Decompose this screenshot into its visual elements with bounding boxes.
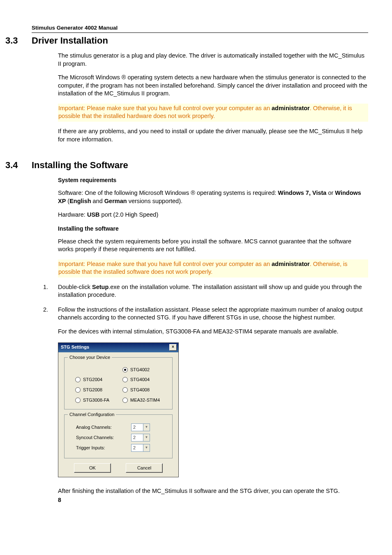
radio-label: STG3008-FA [83,397,109,403]
dialog-titlebar: STG Settings × [58,343,178,352]
radio-dot-icon [122,367,128,372]
dialog-title: STG Settings [61,344,89,350]
section-number-3-3: 3.3 [5,35,32,46]
note-bold: administrator [272,261,310,267]
radio-label: STG2004 [83,377,102,383]
radio-mea32-stim4[interactable]: MEA32-STIM4 [122,397,166,403]
section-title-3-4: Installing the Software [32,160,128,171]
stg-settings-dialog: STG Settings × Choose your Device STG400… [58,342,179,477]
step-number: 2. [43,306,48,314]
trigger-inputs-label: Trigger Inputs: [76,445,105,451]
running-header: Stimulus Generator 4002 Manual [32,25,368,33]
text: versions supported). [127,198,182,204]
analog-channels-label: Analog Channels: [76,424,112,430]
text: ( [66,198,69,204]
step-2: 2. Follow the instructions of the instal… [58,306,368,336]
text: For the devices with internal stimulatio… [58,328,339,335]
radio-stg4002[interactable]: STG4002 [122,367,166,373]
text: or [326,190,335,196]
close-button[interactable]: × [169,344,177,351]
groupbox-legend: Channel Configuration [68,412,116,418]
text: and [91,198,104,204]
radio-label: STG4008 [130,387,150,393]
trigger-inputs-combo[interactable]: 2 ▼ [131,444,150,452]
groupbox-legend: Choose your Device [68,354,112,361]
paragraph: If there are any problems, and you need … [58,127,368,143]
text-bold: Setup [92,284,108,290]
subheading-requirements: System requirements [58,176,368,184]
radio-label: MEA32-STIM4 [130,397,160,403]
text-bold: Windows 7, Vista [278,190,326,196]
note-bold: administrator [272,105,310,111]
text-bold: English [69,198,91,204]
syncout-channels-combo[interactable]: 2 ▼ [131,434,150,442]
step-number: 1. [43,283,48,291]
text: Follow the instructions of the installat… [58,306,363,321]
paragraph: Hardware: USB port (2.0 High Speed) [58,211,368,219]
paragraph: After finishing the installation of the … [58,487,368,495]
text: port (2.0 High Speed) [100,211,159,218]
radio-dot-icon [75,398,81,403]
combo-value: 2 [131,424,143,431]
paragraph: The Microsoft Windows ® operating system… [58,74,368,98]
note-text: Important: Please make sure that you hav… [58,261,272,267]
groupbox-choose-device: Choose your Device STG4002 STG2004 STG40… [64,357,173,409]
text-bold: German [104,198,127,204]
ok-button[interactable]: OK [74,463,111,473]
subheading-installing: Installing the software [58,225,368,233]
page-number: 8 [58,497,368,503]
radio-label: STG4004 [130,377,150,383]
chevron-down-icon: ▼ [143,434,150,441]
important-note: Important: Please make sure that you hav… [58,259,368,278]
chevron-down-icon: ▼ [143,424,150,431]
radio-label: STG4002 [130,367,150,373]
radio-stg4004[interactable]: STG4004 [122,377,166,383]
paragraph: Software: One of the following Microsoft… [58,189,368,205]
important-note: Important: Please make sure that you hav… [58,104,368,122]
radio-dot-icon [75,387,81,393]
text-bold: USB [87,211,100,218]
paragraph: The stimulus generator is a plug and pla… [58,52,368,68]
text: Double-click [58,284,92,290]
radio-stg2004[interactable]: STG2004 [75,377,119,383]
combo-value: 2 [131,444,143,451]
radio-dot-icon [122,387,128,393]
radio-stg3008-fa[interactable]: STG3008-FA [75,397,119,403]
radio-stg2008[interactable]: STG2008 [75,387,119,393]
radio-stg4008[interactable]: STG4008 [122,387,166,393]
radio-label: STG2008 [83,387,102,393]
note-text: Important: Please make sure that you hav… [58,105,272,111]
syncout-channels-label: Syncout Channels: [76,435,114,441]
analog-channels-combo[interactable]: 2 ▼ [131,423,150,431]
section-number-3-4: 3.4 [5,160,32,171]
radio-dot-icon [75,377,81,382]
radio-dot-icon [122,377,128,382]
step-1: 1. Double-click Setup.exe on the install… [58,283,368,299]
combo-value: 2 [131,434,143,441]
paragraph: Please check the system requirements bef… [58,238,368,254]
cancel-button[interactable]: Cancel [126,463,163,473]
text: Software: One of the following Microsoft… [58,190,278,196]
groupbox-channel-config: Channel Configuration Analog Channels: 2… [64,414,173,458]
section-title-3-3: Driver Installation [32,35,108,46]
chevron-down-icon: ▼ [143,444,150,451]
radio-dot-icon [122,398,128,403]
text: Hardware: [58,211,87,218]
